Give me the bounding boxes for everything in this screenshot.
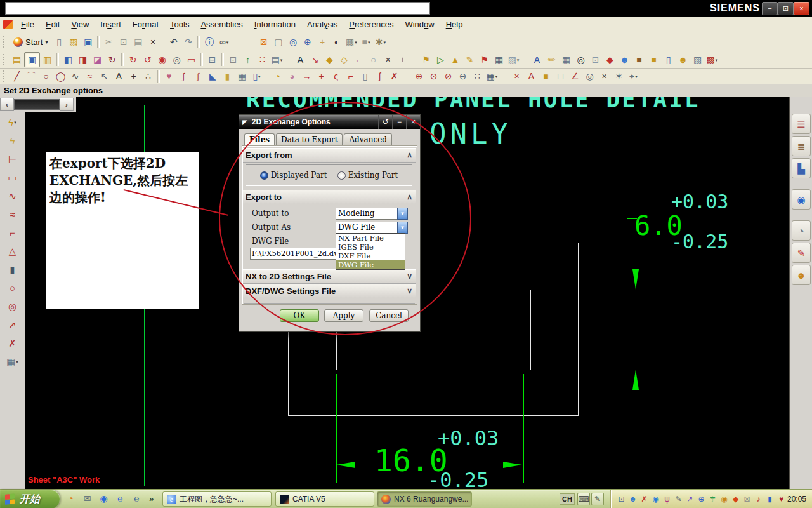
pen-input-icon[interactable]: ✎: [673, 494, 684, 505]
save-icon[interactable]: ▣: [81, 35, 95, 49]
sketch-grid-icon[interactable]: ▦▾: [485, 69, 499, 83]
axis-target-icon[interactable]: ⌖▾: [626, 69, 641, 83]
globe-grid-icon[interactable]: ⊕: [696, 494, 707, 505]
cut-icon[interactable]: ✂: [102, 35, 116, 49]
cube-gold-icon[interactable]: ■: [539, 69, 553, 83]
messenger-icon[interactable]: ☻: [627, 494, 638, 505]
toolbar-grip[interactable]: [3, 54, 6, 65]
ellipse-icon[interactable]: ◯: [53, 69, 68, 83]
arrow-right-icon[interactable]: →: [299, 69, 314, 83]
circle-icon[interactable]: ○: [39, 69, 53, 83]
fill-light-icon[interactable]: ◇: [337, 53, 351, 67]
menu-view[interactable]: View: [65, 17, 95, 33]
sheet-up-icon[interactable]: ↑: [240, 53, 255, 67]
shield-gold-icon[interactable]: ◉: [719, 494, 730, 505]
chamfer-dim-icon[interactable]: ✗: [4, 335, 21, 351]
annotate-a-icon[interactable]: A: [524, 69, 539, 83]
arc-icon[interactable]: ⌒: [24, 69, 39, 83]
paste-icon[interactable]: ▤: [131, 35, 145, 49]
angle-icon[interactable]: ∠: [568, 69, 582, 83]
corner-red-icon[interactable]: ⌐: [343, 69, 358, 83]
volume-note-icon[interactable]: ♪: [753, 494, 764, 505]
information-icon[interactable]: ⓘ: [202, 35, 216, 49]
zoom-region-icon[interactable]: ▢: [271, 35, 285, 49]
assembly-navigator-icon[interactable]: ☰: [792, 114, 811, 134]
trim-blue-icon[interactable]: ◣: [206, 69, 220, 83]
x-large-icon[interactable]: ×: [597, 69, 612, 83]
scroll-thumb[interactable]: [14, 99, 60, 110]
quick-dim-alt-icon[interactable]: ϟ: [4, 132, 21, 149]
taskbar-task-1[interactable]: e工程图，急急急~...: [162, 491, 272, 507]
base-view-icon[interactable]: ↻: [126, 53, 140, 67]
square-ghost-icon[interactable]: □: [553, 69, 568, 83]
scroll-left-button[interactable]: ‹: [0, 98, 14, 111]
taskbar-task-3[interactable]: NX 6 Ruanguangwe...: [377, 491, 472, 507]
spline-icon[interactable]: ∿: [68, 69, 82, 83]
menu-insert[interactable]: Insert: [95, 17, 127, 33]
inspect-icon[interactable]: ○: [366, 53, 381, 67]
demo-icon[interactable]: ∞▾: [216, 35, 231, 49]
person-icon[interactable]: ☻: [617, 53, 632, 67]
constraint-navigator-icon[interactable]: ≣: [792, 136, 811, 156]
toolbar-grip[interactable]: [3, 70, 6, 82]
grid-sheet-icon[interactable]: ▦: [559, 53, 573, 67]
window-close-button[interactable]: ×: [794, 2, 809, 15]
image-icon[interactable]: ▦: [492, 53, 506, 67]
cylinder-dim-icon[interactable]: ▮: [4, 261, 21, 277]
curve-s2-icon[interactable]: ∫: [191, 69, 206, 83]
measure-icon[interactable]: ×: [509, 69, 524, 83]
cross-icon[interactable]: +: [314, 69, 329, 83]
diameter-dim-icon[interactable]: ○: [4, 279, 21, 296]
eraser-icon[interactable]: ◪: [90, 53, 105, 67]
curve-s1-icon[interactable]: ∫: [176, 69, 191, 83]
annotation-text-icon[interactable]: A: [293, 53, 308, 67]
box-gold-icon[interactable]: ■: [646, 53, 661, 67]
menu-analysis[interactable]: Analysis: [301, 17, 343, 33]
point-select-icon[interactable]: ↖: [97, 69, 112, 83]
wireless-icon[interactable]: ψ: [662, 494, 672, 505]
palette-icon[interactable]: ✎: [792, 243, 811, 263]
view-layout-icon[interactable]: ⊟: [205, 53, 219, 67]
photo-x-icon[interactable]: ▩▾: [705, 53, 719, 67]
toolbar-grip[interactable]: [3, 36, 6, 48]
frame-doc-icon[interactable]: ▦: [235, 69, 249, 83]
loupe-gold-icon[interactable]: ◔: [270, 69, 285, 83]
j-curve-icon[interactable]: ʃ: [372, 69, 387, 83]
constraint-circle-icon[interactable]: ⊕: [412, 69, 426, 83]
polyline-icon[interactable]: ≈: [82, 69, 97, 83]
break-view-icon[interactable]: ▭: [184, 53, 199, 67]
menu-format[interactable]: Format: [127, 17, 164, 33]
mute-icon[interactable]: ✗: [639, 494, 650, 505]
loupe-pink-icon[interactable]: ◕: [285, 69, 299, 83]
projected-view-icon[interactable]: ↺: [140, 53, 155, 67]
display-icon[interactable]: ⊡: [616, 494, 627, 505]
undo-icon[interactable]: ↶: [166, 35, 181, 49]
surface-flag-icon[interactable]: ⚑: [477, 53, 492, 67]
window-minimize-button[interactable]: −: [762, 2, 778, 15]
cylinder-icon[interactable]: ▯▾: [249, 69, 264, 83]
menu-assemblies[interactable]: Assemblies: [195, 17, 248, 33]
menu-window[interactable]: Window: [399, 17, 440, 33]
browser-globe-icon[interactable]: ◉: [650, 494, 661, 505]
roles-icon[interactable]: ☻: [792, 265, 811, 285]
zoom-in-out-icon[interactable]: ⊕: [300, 35, 315, 49]
settings-sheet-icon[interactable]: ▤▾: [270, 53, 284, 67]
delete-icon[interactable]: ×: [145, 35, 160, 49]
sheet-plus-icon[interactable]: ▯: [358, 69, 372, 83]
menu-help[interactable]: Help: [440, 17, 469, 33]
band-gold-icon[interactable]: ▮: [220, 69, 235, 83]
linear-dim-icon[interactable]: ⊢: [4, 150, 21, 167]
detail-view-icon[interactable]: ◉: [155, 53, 169, 67]
menu-edit[interactable]: Edit: [40, 17, 65, 33]
angle-dim-icon[interactable]: △: [4, 243, 21, 259]
network-error-icon[interactable]: ⊠: [742, 494, 752, 505]
sheet-blue-icon[interactable]: ◧: [61, 53, 75, 67]
arc-dim-icon[interactable]: ≈: [4, 206, 21, 222]
perspective-icon[interactable]: ◐: [329, 35, 344, 49]
cube-hatch-icon[interactable]: ▧: [690, 53, 705, 67]
anchor-pen-icon[interactable]: ✎: [462, 53, 477, 67]
leader-dim-icon[interactable]: ↗: [4, 316, 21, 333]
loupe-q-icon[interactable]: ◎: [582, 69, 597, 83]
points-icon[interactable]: ∴: [141, 69, 155, 83]
antivirus-icon[interactable]: ♥: [776, 494, 787, 505]
